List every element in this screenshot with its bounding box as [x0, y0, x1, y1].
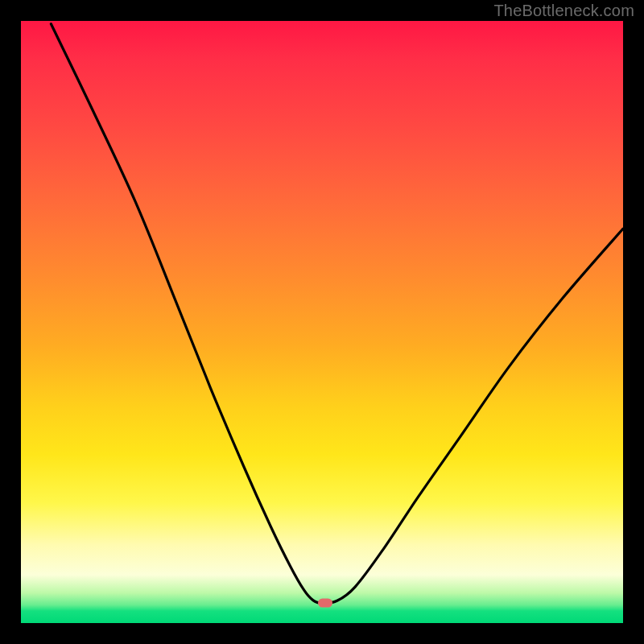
chart-frame: TheBottleneck.com: [0, 0, 644, 644]
curve-svg: [21, 21, 623, 623]
bottleneck-curve: [51, 24, 623, 604]
watermark-text: TheBottleneck.com: [493, 2, 634, 20]
optimal-point-marker: [318, 599, 332, 608]
